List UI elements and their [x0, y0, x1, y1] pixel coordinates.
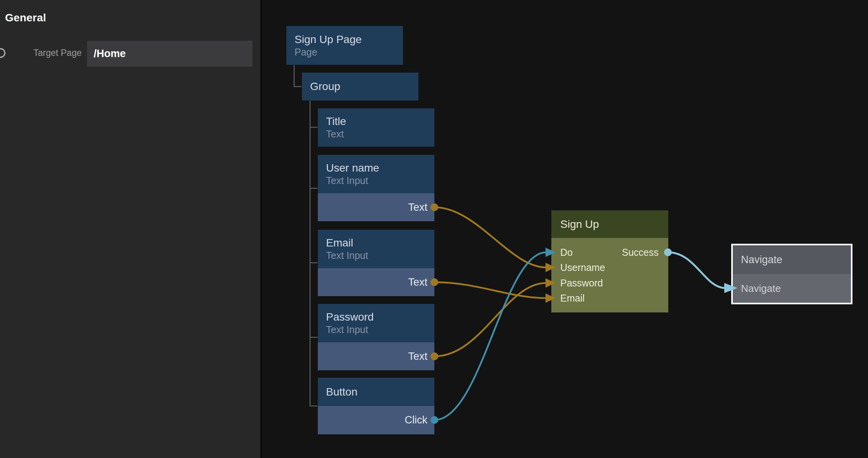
node-title: Group [310, 80, 418, 93]
node-username-input[interactable]: User name Text Input Text [318, 155, 434, 221]
node-title: Button [326, 385, 434, 399]
port-label: Navigate [741, 283, 781, 295]
node-title-text[interactable]: Title Text [318, 108, 434, 147]
wire-email-to-signup[interactable] [434, 282, 546, 298]
input-port-password[interactable]: Password [560, 276, 603, 290]
node-group[interactable]: Group [302, 73, 418, 101]
wire-click-to-do[interactable] [434, 252, 546, 420]
wire-username-to-signup[interactable] [434, 207, 546, 267]
target-page-input[interactable] [87, 41, 253, 67]
radio-icon[interactable] [0, 48, 5, 58]
wire-password-to-signup[interactable] [434, 283, 546, 356]
panel-divider [260, 0, 261, 458]
port-label: Click [405, 414, 428, 426]
node-subtitle: Text [326, 128, 434, 140]
node-button[interactable]: Button Click [318, 378, 434, 434]
port-label: Text [408, 350, 427, 363]
node-header: Title Text [318, 108, 434, 147]
node-header: Navigate [733, 245, 851, 274]
node-title: User name [326, 161, 434, 175]
panel-heading: General [5, 12, 46, 24]
node-title: Title [326, 115, 434, 128]
node-title: Email [326, 236, 434, 250]
node-password-input[interactable]: Password Text Input Text [318, 304, 434, 370]
node-subtitle: Text Input [326, 175, 434, 187]
tree-line-page-group [294, 65, 302, 87]
wire-success-to-navigate[interactable] [668, 252, 725, 288]
node-title: Password [326, 311, 434, 324]
node-email-input[interactable]: Email Text Input Text [318, 230, 434, 296]
port-label: Text [408, 201, 427, 213]
node-header: Email Text Input [318, 230, 434, 268]
node-body: Do Username Password Email Success [551, 238, 668, 312]
input-port-do[interactable]: Do [560, 245, 573, 260]
port-label: Text [408, 276, 427, 288]
node-subtitle: Page [295, 46, 403, 58]
node-header: Sign Up Page Page [286, 26, 403, 65]
flow-editor: General Target Page Sign Up Page Page Gr… [0, 0, 868, 458]
output-port-text[interactable]: Text [318, 193, 434, 221]
node-sign-up-page[interactable]: Sign Up Page Page [286, 26, 403, 65]
node-header: User name Text Input [318, 155, 434, 193]
properties-panel: General Target Page [0, 0, 260, 458]
node-navigate[interactable]: Navigate Navigate [731, 244, 852, 304]
node-subtitle: Text Input [326, 324, 434, 336]
node-header: Sign Up [551, 210, 668, 238]
node-title: Sign Up [560, 218, 668, 231]
output-port-click[interactable]: Click [318, 406, 434, 434]
node-sign-up-action[interactable]: Sign Up Do Username Password Email Succe… [551, 210, 668, 312]
input-port-username[interactable]: Username [560, 260, 605, 275]
node-header: Password Text Input [318, 304, 434, 342]
output-port-text[interactable]: Text [318, 342, 434, 370]
input-port-navigate[interactable]: Navigate [733, 274, 851, 303]
node-subtitle: Text Input [326, 250, 434, 262]
output-port-success[interactable]: Success [622, 245, 659, 260]
output-port-text[interactable]: Text [318, 268, 434, 296]
node-header: Button [318, 378, 434, 406]
input-port-email[interactable]: Email [560, 291, 585, 305]
target-page-label: Target Page [16, 48, 82, 58]
node-title: Sign Up Page [295, 33, 403, 46]
tree-line-group-children [310, 101, 317, 406]
node-title: Navigate [741, 254, 783, 266]
tree-connectors [294, 65, 317, 406]
node-header: Group [302, 73, 418, 101]
